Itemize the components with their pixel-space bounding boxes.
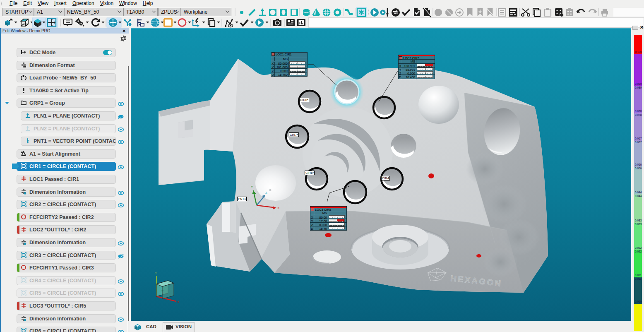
svg-text:Z: Z xyxy=(161,289,163,293)
svg-text:X: X xyxy=(177,300,180,304)
svg-text:X: X xyxy=(277,206,280,210)
svg-text:Y: Y xyxy=(251,185,253,189)
svg-text:Z: Z xyxy=(265,191,267,195)
svg-text:Y: Y xyxy=(155,272,157,275)
